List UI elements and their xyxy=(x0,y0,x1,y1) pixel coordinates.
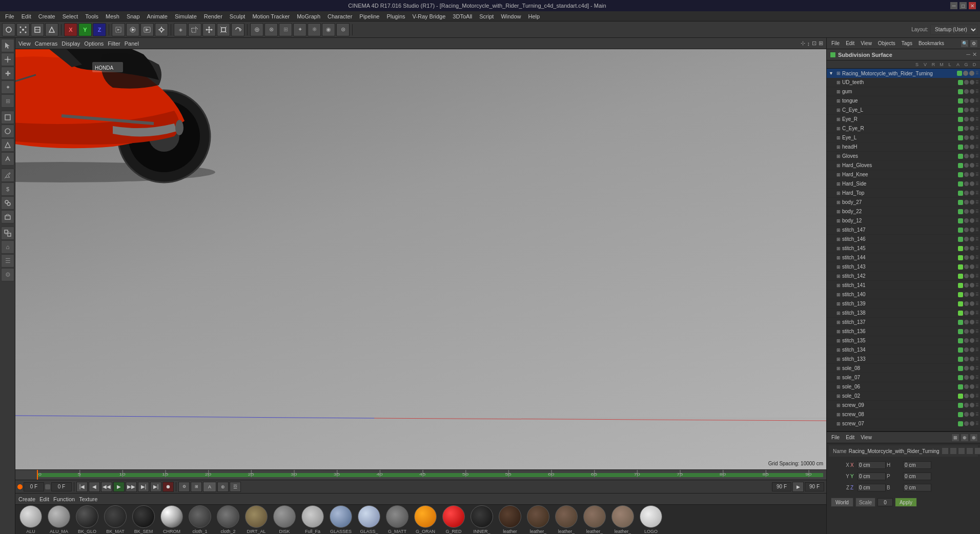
menu-animate[interactable]: Animate xyxy=(144,12,171,20)
toolbar-scale[interactable] xyxy=(217,23,230,36)
record-btn[interactable]: ⏺ xyxy=(162,482,174,492)
toolbar-tool-7[interactable]: ⊛ xyxy=(336,23,350,36)
go-to-start-btn[interactable]: |◀ xyxy=(76,482,88,492)
obj-tab-bookmarks[interactable]: Bookmarks xyxy=(916,39,947,47)
attr-world-btn[interactable]: World xyxy=(831,498,853,507)
toolbar-mode-3[interactable] xyxy=(31,23,44,36)
menu-pipeline[interactable]: Pipeline xyxy=(356,12,382,20)
play-back-btn[interactable]: ◀◀ xyxy=(101,482,112,492)
menu-script[interactable]: Script xyxy=(476,12,497,20)
material-cloth1[interactable]: cloth_1 xyxy=(187,505,213,534)
prev-frame-btn[interactable]: ◀ xyxy=(89,482,100,492)
obj-icon-1[interactable]: 🔍 xyxy=(961,39,969,48)
attr-y-pos[interactable] xyxy=(858,473,886,480)
tree-item-UD_teeth[interactable]: ⊞UD_teeth⠿ xyxy=(827,78,980,87)
tree-item-sole_07[interactable]: ⊞sole_07⠿ xyxy=(827,373,980,382)
tool-16[interactable]: ☰ xyxy=(1,254,14,268)
menu-simulate[interactable]: Simulate xyxy=(172,12,200,20)
tool-5[interactable]: ⊞ xyxy=(1,94,14,108)
tree-item-stitch_139[interactable]: ⊞stitch_139⠿ xyxy=(827,299,980,309)
toolbar-render-settings[interactable] xyxy=(155,23,168,36)
toolbar-rotate[interactable] xyxy=(231,23,244,36)
maximize-button[interactable]: □ xyxy=(959,2,967,9)
tree-expand-root[interactable]: ▼ xyxy=(829,71,835,76)
fps-input[interactable] xyxy=(772,482,791,491)
play-forward-btn[interactable]: ▶▶ xyxy=(126,482,137,492)
tree-item-screw_07[interactable]: ⊞screw_07⠿ xyxy=(827,419,980,428)
attr-icon-3[interactable]: ⊗ xyxy=(970,434,978,442)
viewport-icon-2[interactable]: ↕ xyxy=(807,40,810,47)
attr-name-icon-1[interactable] xyxy=(942,447,949,455)
tree-item-screw_08[interactable]: ⊞screw_08⠿ xyxy=(827,410,980,419)
anim-btn-auto[interactable]: A xyxy=(203,482,216,492)
tool-12[interactable] xyxy=(1,196,14,210)
tool-pen[interactable] xyxy=(1,169,14,182)
tree-item-Hard_Side[interactable]: ⊞Hard_Side⠿ xyxy=(827,179,980,189)
material-GLASS[interactable]: GLASS_ xyxy=(356,505,382,534)
toolbar-tool-6[interactable]: ◉ xyxy=(322,23,335,36)
toolbar-tool-5[interactable]: ❋ xyxy=(308,23,321,36)
tree-item-stitch_133[interactable]: ⊞stitch_133⠿ xyxy=(827,355,980,364)
material-INNER[interactable]: INNER_ xyxy=(468,505,495,534)
attr-z-size[interactable] xyxy=(903,484,931,491)
tool-17[interactable]: ⚙ xyxy=(1,268,14,281)
tree-item-stitch_147[interactable]: ⊞stitch_147⠿ xyxy=(827,225,980,235)
tree-item-stitch_135[interactable]: ⊞stitch_135⠿ xyxy=(827,336,980,345)
current-frame-input[interactable] xyxy=(24,482,44,491)
toolbar-mode-2[interactable] xyxy=(16,23,30,36)
material-Full-Fa[interactable]: Full_Fa xyxy=(299,505,326,534)
menu-help[interactable]: Help xyxy=(525,12,543,20)
obj-tab-file[interactable]: File xyxy=(829,39,842,47)
toolbar-select-live[interactable]: ◈ xyxy=(174,23,187,36)
attr-tab-view[interactable]: View xyxy=(858,434,874,441)
material-GLASSES[interactable]: GLASSES xyxy=(328,505,354,534)
menu-tools[interactable]: Tools xyxy=(82,12,101,20)
end-frame-input[interactable] xyxy=(805,482,824,491)
attr-z-pos[interactable] xyxy=(858,484,886,491)
subdiv-close[interactable]: ✕ xyxy=(972,51,977,58)
anim-btn-2[interactable]: ⊞ xyxy=(191,482,202,492)
toolbar-select-box[interactable] xyxy=(188,23,201,36)
attr-tab-file[interactable]: File xyxy=(829,434,842,441)
tool-11[interactable]: $ xyxy=(1,182,14,196)
tree-root-item[interactable]: ▼ ⊞ Racing_Motorcycle_with_Rider_Turning… xyxy=(827,69,980,78)
material-DIRT-AL[interactable]: DIRT_AL xyxy=(243,505,270,534)
toolbar-mode-4[interactable] xyxy=(45,23,58,36)
tree-item-body_12[interactable]: ⊞body_12⠿ xyxy=(827,216,980,225)
layout-dropdown[interactable]: Startup (User) xyxy=(930,25,978,35)
tool-9[interactable] xyxy=(1,152,14,166)
material-ALU[interactable]: ALU xyxy=(17,505,44,534)
tool-13[interactable] xyxy=(1,210,14,223)
tree-item-sole_02[interactable]: ⊞sole_02⠿ xyxy=(827,392,980,401)
material-leather-5[interactable]: leather_ xyxy=(609,505,636,534)
attr-x-size[interactable] xyxy=(903,461,931,469)
subdiv-minimize[interactable]: ─ xyxy=(966,51,970,58)
tree-item-stitch_142[interactable]: ⊞stitch_142⠿ xyxy=(827,272,980,281)
anim-btn-5[interactable]: ☲ xyxy=(230,482,241,492)
viewport-menu-filter[interactable]: Filter xyxy=(108,40,120,47)
viewport-icon-4[interactable]: ⊞ xyxy=(819,40,823,47)
menu-sculpt[interactable]: Sculpt xyxy=(227,12,249,20)
menu-mograph[interactable]: MoGraph xyxy=(294,12,323,20)
attr-icon-2[interactable]: ⊕ xyxy=(961,434,969,442)
tool-7[interactable] xyxy=(1,125,14,138)
menu-edit[interactable]: Edit xyxy=(18,12,34,20)
tree-item-Eye_R[interactable]: ⊞Eye_R⠿ xyxy=(827,115,980,124)
obj-tab-view[interactable]: View xyxy=(858,39,874,47)
material-G-MATT[interactable]: G_MATT xyxy=(384,505,411,534)
attr-y-size[interactable] xyxy=(903,473,931,480)
start-frame-input[interactable] xyxy=(51,482,72,491)
play-btn[interactable]: ▶ xyxy=(113,482,125,492)
obj-tab-tags[interactable]: Tags xyxy=(899,39,915,47)
frame-left-btn[interactable] xyxy=(45,484,50,489)
material-G-RED[interactable]: G_RED xyxy=(440,505,467,534)
menu-vray[interactable]: V-Ray Bridge xyxy=(410,12,449,20)
tree-item-stitch_138[interactable]: ⊞stitch_138⠿ xyxy=(827,309,980,318)
material-leather-2[interactable]: leather_ xyxy=(525,505,552,534)
toolbar-render-to-picture[interactable] xyxy=(140,23,154,36)
tree-item-sole_08[interactable]: ⊞sole_08⠿ xyxy=(827,364,980,373)
material-leather-3[interactable]: leather_ xyxy=(553,505,580,534)
attr-scale-input[interactable] xyxy=(877,498,893,506)
material-LOGO[interactable]: LOGO xyxy=(638,505,664,534)
material-BK-SEM[interactable]: BK_SEM xyxy=(130,505,157,534)
